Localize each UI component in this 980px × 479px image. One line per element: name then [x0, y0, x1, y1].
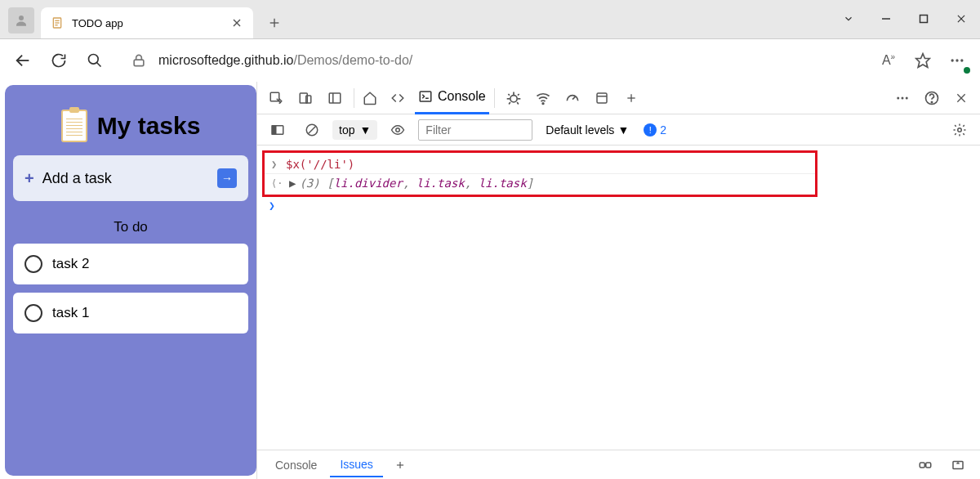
performance-tab[interactable] [559, 84, 586, 112]
dock-button[interactable] [321, 84, 349, 112]
svg-rect-24 [329, 93, 341, 103]
clipboard-icon [61, 110, 87, 142]
favorite-button[interactable] [906, 44, 939, 77]
plus-icon [268, 16, 281, 29]
new-tab-button[interactable] [261, 10, 287, 36]
svg-point-43 [902, 96, 904, 99]
application-tab[interactable] [588, 84, 616, 112]
levels-label: Default levels [546, 123, 614, 137]
browser-nav: microsoftedge.github.io/Demos/demo-to-do… [0, 39, 980, 82]
search-button[interactable] [78, 44, 111, 77]
context-selector[interactable]: top ▼ [332, 120, 377, 140]
radio-icon[interactable] [24, 304, 42, 322]
issues-badge[interactable]: !2 [644, 123, 666, 137]
devtools-panel: Console top ▼ Default levels ▼ !2 [256, 82, 980, 479]
sources-tab[interactable] [500, 84, 528, 112]
output-prompt-icon: ⟨· [271, 177, 286, 189]
device-icon [298, 91, 313, 105]
welcome-tab[interactable] [359, 82, 385, 114]
plus-icon [394, 459, 406, 471]
svg-point-0 [19, 16, 24, 20]
highlight-annotation: ❯ $x('//li') ⟨· ▶ (3) [li.divider, li.ta… [262, 150, 817, 197]
more-options-button[interactable] [889, 84, 916, 112]
plus-icon: + [24, 169, 34, 188]
sidebar-toggle-button[interactable] [264, 116, 292, 144]
console-tab[interactable]: Console [415, 82, 489, 114]
task-item[interactable]: task 1 [13, 293, 248, 334]
performance-icon [564, 90, 581, 106]
dots-icon [895, 91, 910, 105]
svg-point-20 [960, 59, 963, 61]
svg-rect-50 [272, 125, 276, 134]
drawer-issues-tab[interactable]: Issues [330, 453, 382, 477]
wifi-icon [535, 90, 551, 106]
svg-point-54 [958, 128, 962, 132]
context-label: top [339, 123, 354, 137]
application-icon [595, 91, 609, 105]
radio-icon[interactable] [24, 255, 42, 273]
browser-tab[interactable]: TODO app [41, 7, 253, 38]
chevron-down-button[interactable] [830, 0, 867, 38]
svg-rect-16 [134, 60, 144, 66]
link-icon [918, 458, 933, 472]
svg-rect-38 [597, 93, 607, 103]
elements-tab[interactable] [387, 82, 413, 114]
console-input-line: ❯ $x('//li') [265, 155, 815, 174]
browser-titlebar: TODO app [0, 0, 980, 39]
back-button[interactable] [7, 44, 39, 77]
svg-line-34 [509, 102, 510, 105]
gear-icon [952, 123, 967, 137]
svg-rect-10 [920, 16, 928, 23]
maximize-button[interactable] [905, 0, 942, 38]
chevron-down-icon [843, 13, 854, 25]
profile-button[interactable] [8, 7, 34, 34]
input-prompt-icon: ❯ [271, 159, 286, 170]
svg-point-42 [897, 96, 899, 99]
console-prompt[interactable]: ❯ [257, 197, 980, 214]
issue-dot-icon: ! [644, 123, 657, 137]
tab-title: TODO app [72, 17, 230, 29]
dock-icon [327, 91, 342, 105]
log-levels-selector[interactable]: Default levels ▼ [546, 123, 629, 137]
help-button[interactable] [918, 84, 946, 112]
close-icon [956, 13, 967, 25]
arrow-left-icon [14, 51, 32, 69]
svg-point-14 [89, 55, 99, 65]
add-task-label: Add a task [42, 170, 217, 187]
chevron-down-icon: ▼ [617, 123, 629, 137]
address-bar[interactable]: microsoftedge.github.io/Demos/demo-to-do… [122, 46, 861, 75]
expand-icon [951, 458, 965, 472]
plus-icon [625, 92, 638, 105]
drawer-console-tab[interactable]: Console [265, 454, 327, 477]
close-devtools-button[interactable] [947, 84, 975, 112]
url-text: microsoftedge.github.io/Demos/demo-to-do… [158, 53, 412, 68]
task-item[interactable]: task 2 [13, 244, 248, 284]
settings-button[interactable] [946, 116, 973, 144]
drawer-link-button[interactable] [911, 451, 939, 479]
network-tab[interactable] [529, 84, 557, 112]
user-icon [14, 13, 29, 28]
drawer-expand-button[interactable] [944, 451, 972, 479]
svg-line-37 [572, 96, 575, 99]
console-body[interactable]: ❯ $x('//li') ⟨· ▶ (3) [li.divider, li.ta… [257, 145, 980, 450]
menu-button[interactable] [941, 44, 973, 77]
close-icon[interactable] [230, 16, 243, 29]
live-expression-button[interactable] [384, 116, 412, 144]
drawer-add-tab-button[interactable] [386, 451, 414, 479]
filter-input[interactable] [418, 119, 532, 141]
star-icon [915, 52, 931, 69]
page-content: My tasks + Add a task → To do task 2 tas… [5, 85, 256, 476]
device-toggle-button[interactable] [292, 84, 319, 112]
expand-triangle-icon[interactable]: ▶ [289, 177, 296, 190]
submit-arrow-icon[interactable]: → [217, 168, 237, 188]
console-tab-label: Console [438, 89, 486, 104]
minimize-button[interactable] [867, 0, 905, 38]
read-aloud-button[interactable]: A» [872, 44, 905, 77]
inspect-button[interactable] [262, 84, 290, 112]
more-tabs-button[interactable] [617, 84, 645, 112]
close-window-button[interactable] [942, 0, 980, 38]
refresh-button[interactable] [42, 44, 75, 77]
add-task-button[interactable]: + Add a task → [13, 155, 248, 201]
page-header: My tasks [13, 93, 248, 155]
clear-console-button[interactable] [298, 116, 326, 144]
